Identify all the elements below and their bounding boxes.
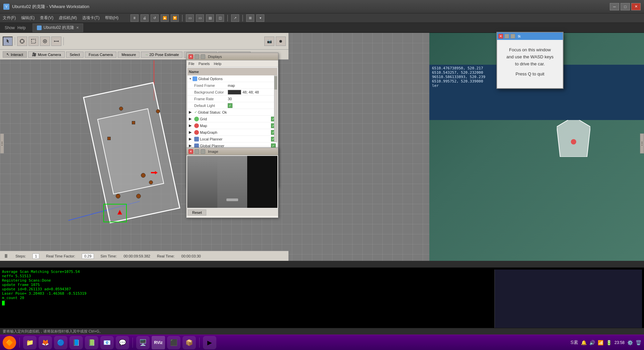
more-btn[interactable]: ▾	[256, 14, 264, 22]
measure-tool-btn[interactable]: Measure	[118, 52, 140, 58]
map-graph-item[interactable]: ▶ MapGraph ✓	[187, 129, 277, 136]
right-resize-handle[interactable]: ⋮	[640, 133, 644, 154]
taskbar-settings-icon[interactable]: ⚙️	[627, 340, 633, 345]
menu-help[interactable]: 帮助(H)	[105, 15, 119, 21]
send-btn[interactable]: ↗	[231, 14, 239, 22]
taskbar-app-terminal2[interactable]: ⬛	[167, 336, 180, 349]
interact-tool-btn[interactable]: ↖ Interact	[3, 51, 27, 58]
move-camera-button[interactable]	[17, 37, 27, 46]
pause-button[interactable]: ⏸	[130, 14, 139, 22]
taskbar-app-chromium[interactable]: 🔵	[54, 336, 67, 349]
taskbar-app-terminal[interactable]: 🖥️	[136, 336, 150, 349]
taskbar-volume-icon[interactable]: 🔊	[589, 340, 595, 345]
focus-camera-tool-btn[interactable]: Focus Camera	[85, 52, 116, 58]
global-options-label: Global Options	[198, 77, 276, 81]
tool-btn-1[interactable]: 🔼	[161, 14, 169, 22]
record-button[interactable]: ⏺	[276, 37, 286, 46]
focus-camera-button[interactable]	[40, 37, 50, 46]
maximize-button[interactable]: □	[621, 3, 630, 10]
scrollbar-thumb[interactable]	[274, 76, 277, 90]
select-button[interactable]	[29, 37, 39, 46]
image-min-btn[interactable]	[195, 149, 199, 154]
menu-edit[interactable]: 编辑(E)	[21, 15, 35, 21]
map-graph-expand[interactable]: ▶	[189, 130, 194, 134]
displays-menu-file[interactable]: File	[189, 62, 195, 66]
menu-vm[interactable]: 虚拟机(M)	[59, 15, 77, 21]
taskbar-network-icon[interactable]: 📶	[598, 340, 603, 345]
menu-tabs[interactable]: 选项卡(T)	[82, 15, 99, 21]
toolbar-sep3	[243, 15, 243, 21]
close-button[interactable]: ✕	[631, 3, 641, 10]
view-btn-2[interactable]: ▭	[196, 14, 204, 22]
displays-min-btn[interactable]	[195, 54, 199, 59]
taskbar-battery-icon[interactable]: 🔋	[606, 340, 612, 345]
local-planner-expand[interactable]: ▶	[189, 137, 194, 141]
displays-close-btn[interactable]: ✕	[189, 54, 193, 59]
left-resize-handle[interactable]: ⋮	[0, 133, 4, 154]
refresh-button[interactable]: ↺	[151, 14, 159, 22]
reset-button[interactable]: Reset	[188, 210, 206, 216]
move-camera-tool-btn[interactable]: 🎥 Move Camera	[28, 51, 65, 58]
taskbar-app-rviz[interactable]: RViz	[152, 336, 165, 349]
background-color-value: 48; 48; 48	[243, 90, 259, 94]
view-btn-4[interactable]: ◫	[216, 14, 224, 22]
map-item[interactable]: ▶ Map ✓	[187, 122, 277, 129]
play-pause-button[interactable]: ⏸	[3, 253, 9, 259]
taskbar-notification-icon[interactable]: 🔔	[581, 340, 587, 345]
fixed-frame-value[interactable]: map	[228, 83, 276, 88]
view-btn-3[interactable]: ▤	[206, 14, 214, 22]
taskbar-app-outlook[interactable]: 📧	[100, 336, 114, 349]
interact-button[interactable]	[3, 37, 13, 46]
local-planner-item[interactable]: ▶ Local Planner ✓	[187, 136, 277, 142]
tk-max-btn[interactable]	[511, 34, 515, 39]
menu-file[interactable]: 文件(F)	[3, 15, 16, 21]
map-expand[interactable]: ▶	[189, 123, 194, 128]
screenshot-button[interactable]: 📷	[264, 37, 274, 46]
taskbar-app-excel[interactable]: 📗	[85, 336, 98, 349]
tk-min-btn[interactable]	[504, 34, 509, 39]
menu-view[interactable]: 查看(V)	[40, 15, 53, 21]
taskbar-app-play[interactable]: ▶	[203, 336, 216, 349]
measure-button[interactable]	[51, 37, 61, 46]
displays-menu-help[interactable]: Help	[214, 62, 221, 66]
grid-expand[interactable]: ▶	[189, 117, 194, 121]
tool-btn-2[interactable]: 🔽	[171, 14, 179, 22]
taskbar-app-package[interactable]: 📦	[182, 336, 196, 349]
displays-scrollbar[interactable]	[274, 75, 277, 142]
focus-camera-label: Focus Camera	[89, 53, 113, 57]
global-options-arrow[interactable]: ▼	[189, 77, 192, 80]
rviz-show-menu[interactable]: Show	[5, 25, 15, 30]
taskbar-app-files[interactable]: 📁	[23, 336, 37, 349]
taskbar-app-chat[interactable]: 💬	[116, 336, 129, 349]
taskbar-input-icon[interactable]: S素	[571, 340, 578, 346]
rviz-help-menu[interactable]: Help	[17, 25, 26, 30]
displays-panel-titlebar: ✕ Displays	[186, 53, 278, 60]
image-close-btn[interactable]: ✕	[189, 149, 193, 154]
view-btn-1[interactable]: ▭	[186, 14, 194, 22]
taskbar-app-word[interactable]: 📘	[69, 336, 83, 349]
taskbar-app-browser[interactable]: 🦊	[39, 336, 52, 349]
default-light-checkbox[interactable]: ✓	[228, 103, 232, 108]
minimize-button[interactable]: ─	[610, 3, 619, 10]
frame-rate-value[interactable]: 30	[228, 97, 276, 101]
print-button[interactable]: 🖨	[141, 14, 149, 22]
displays-menu-panels[interactable]: Panels	[199, 62, 210, 66]
screen-btn[interactable]: ⊞	[246, 14, 254, 22]
tk-close-btn[interactable]: ✕	[498, 34, 503, 39]
grid-item[interactable]: ▶ Grid ✓	[187, 116, 277, 122]
displays-max-btn[interactable]	[201, 54, 205, 59]
tab-close-btn[interactable]: ✕	[76, 26, 79, 30]
global-status-item[interactable]: ▶ ✓ Global Status: Ok	[187, 109, 277, 116]
global-status-label: Global Status: Ok	[198, 110, 276, 114]
background-color-key: Background Color	[194, 90, 228, 94]
background-color-swatch[interactable]	[228, 90, 241, 95]
trash-icon[interactable]: 🗑️	[636, 340, 641, 345]
image-max-btn[interactable]	[201, 149, 205, 154]
global-options-item[interactable]: ▼ Global Options	[187, 75, 277, 82]
pose-estimate-tool-btn[interactable]: → 2D Pose Estimate	[141, 52, 182, 58]
global-status-expand[interactable]: ▶	[189, 110, 194, 114]
real-time-factor-value: 0.29	[82, 253, 94, 259]
select-tool-btn[interactable]: Select	[66, 52, 84, 58]
taskbar-app-start[interactable]: 🔶	[3, 336, 16, 349]
main-tab[interactable]: Ubuntu02 的克隆 ✕	[33, 23, 83, 32]
